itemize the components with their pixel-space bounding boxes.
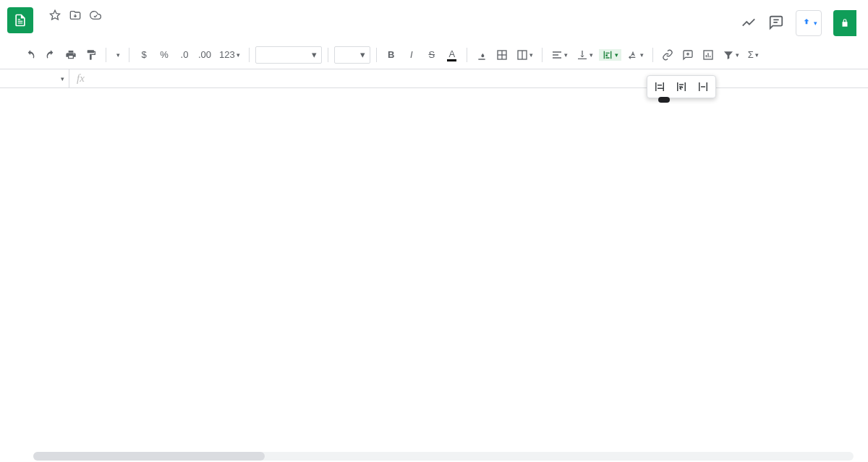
insert-comment-icon[interactable]	[679, 46, 697, 64]
font-size-dropdown[interactable]: ▾	[334, 46, 370, 64]
text-wrap-dropdown[interactable]: ▾	[599, 49, 621, 61]
zoom-dropdown[interactable]: ▾	[112, 51, 123, 59]
move-icon[interactable]	[69, 9, 81, 21]
sheets-logo[interactable]	[7, 7, 33, 33]
cloud-done-icon	[90, 9, 101, 21]
saved-to-drive[interactable]	[90, 9, 104, 21]
star-icon[interactable]	[49, 9, 61, 21]
insert-chart-icon[interactable]	[699, 46, 717, 64]
redo-icon[interactable]	[42, 46, 59, 64]
undo-icon[interactable]	[22, 46, 39, 64]
share-button[interactable]: ▾	[796, 10, 822, 36]
strikethrough-icon[interactable]: S	[423, 46, 441, 64]
wrap-option-overflow[interactable]	[652, 79, 668, 95]
wrap-option-clip[interactable]	[695, 79, 711, 95]
decrease-decimal-icon[interactable]: .0	[176, 46, 193, 64]
comments-icon[interactable]	[768, 14, 784, 33]
text-wrap-popup	[647, 75, 716, 98]
merge-cells-dropdown[interactable]: ▾	[514, 49, 536, 61]
increase-decimal-icon[interactable]: .00	[196, 46, 213, 64]
percent-icon[interactable]: %	[156, 46, 173, 64]
horizontal-scrollbar[interactable]	[33, 452, 854, 461]
name-box[interactable]: ▾	[0, 69, 69, 87]
currency-icon[interactable]: $	[135, 46, 153, 64]
text-color-icon[interactable]: A	[443, 46, 461, 64]
fill-color-icon[interactable]	[473, 46, 490, 64]
more-formats-dropdown[interactable]: 123▾	[216, 49, 243, 60]
fx-icon: fx	[69, 72, 92, 85]
font-dropdown[interactable]: ▾	[255, 46, 322, 64]
print-icon[interactable]	[62, 46, 80, 64]
wrap-option-wrap[interactable]	[673, 79, 689, 95]
lock-button[interactable]	[833, 10, 856, 36]
paint-format-icon[interactable]	[82, 46, 100, 64]
vertical-align-dropdown[interactable]: ▾	[574, 49, 596, 61]
bold-icon[interactable]: B	[383, 46, 400, 64]
filter-dropdown[interactable]: ▾	[720, 49, 742, 61]
italic-icon[interactable]: I	[403, 46, 420, 64]
insert-link-icon[interactable]	[659, 46, 676, 64]
svg-marker-0	[50, 10, 59, 20]
borders-icon[interactable]	[493, 46, 511, 64]
activity-icon[interactable]	[741, 14, 757, 33]
text-rotation-dropdown[interactable]: ▾	[624, 49, 647, 61]
horizontal-align-dropdown[interactable]: ▾	[548, 49, 571, 61]
wrap-tooltip	[658, 97, 670, 103]
functions-dropdown[interactable]: Σ▾	[745, 49, 762, 60]
